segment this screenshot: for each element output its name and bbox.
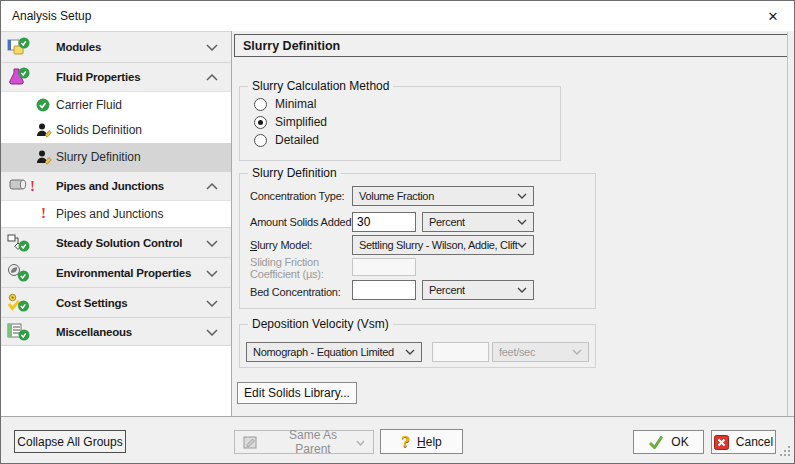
slurry-model-select[interactable]: Settling Slurry - Wilson, Addie, Clift bbox=[352, 235, 534, 255]
chevron-down-icon[interactable] bbox=[206, 297, 218, 309]
groupbox-caption: Deposition Velocity (Vsm) bbox=[248, 317, 393, 331]
sidebar-item-solids-definition[interactable]: Solids Definition bbox=[1, 117, 231, 143]
chevron-down-icon bbox=[405, 346, 415, 358]
error-exclamation-icon: ! bbox=[41, 206, 59, 222]
groupbox-caption: Slurry Definition bbox=[248, 166, 341, 180]
chevron-up-icon[interactable] bbox=[206, 71, 218, 83]
person-edit-icon bbox=[36, 149, 54, 165]
concentration-type-select[interactable]: Volume Fraction bbox=[352, 186, 534, 206]
close-icon[interactable]: ✕ bbox=[763, 7, 783, 26]
amount-solids-label: Amount Solids Added: bbox=[250, 216, 354, 228]
resize-grip[interactable] bbox=[779, 445, 792, 461]
cancel-button[interactable]: Cancel bbox=[711, 430, 776, 454]
sidebar-item-pipes-junctions[interactable]: ! Pipes and Junctions bbox=[1, 200, 231, 227]
radio-circle-icon bbox=[254, 98, 267, 111]
chevron-down-icon bbox=[517, 216, 527, 228]
collapse-all-groups-button[interactable]: Collapse All Groups bbox=[14, 430, 126, 453]
chevron-down-icon[interactable] bbox=[206, 237, 218, 249]
sidebar: Modules Fluid Properties Carrier Fluid S… bbox=[1, 31, 232, 416]
pipe-icon: ! bbox=[7, 176, 47, 196]
deposition-unit-select: feet/sec bbox=[492, 342, 589, 362]
bed-unit-select[interactable]: Percent bbox=[422, 280, 534, 300]
radio-label: Minimal bbox=[275, 97, 316, 111]
coin-check-icon bbox=[7, 293, 47, 313]
deposition-method-select[interactable]: Nomograph - Equation Limited bbox=[246, 342, 422, 362]
panel-title-text: Slurry Definition bbox=[243, 39, 340, 53]
chevron-down-icon bbox=[517, 190, 527, 202]
window-title: Analysis Setup bbox=[12, 9, 91, 23]
sidebar-item-carrier-fluid[interactable]: Carrier Fluid bbox=[1, 91, 231, 117]
button-label: Same As Parent bbox=[270, 428, 356, 456]
green-check-icon bbox=[36, 97, 54, 113]
svg-text:!: ! bbox=[30, 178, 35, 194]
button-label: Cancel bbox=[736, 435, 773, 449]
radio-circle-icon bbox=[254, 134, 267, 147]
sidebar-item-label: Solids Definition bbox=[1, 123, 142, 137]
chevron-down-icon bbox=[572, 346, 582, 358]
button-label: Collapse All Groups bbox=[17, 435, 122, 449]
combo-value: Percent bbox=[429, 284, 465, 296]
sidebar-item-label: Slurry Definition bbox=[1, 150, 141, 164]
sidebar-group-modules[interactable]: Modules bbox=[1, 31, 231, 62]
combo-value: feet/sec bbox=[499, 346, 535, 358]
help-question-icon: ? bbox=[401, 433, 410, 451]
radio-simplified[interactable]: Simplified bbox=[254, 115, 327, 129]
sidebar-group-fluid-properties[interactable]: Fluid Properties bbox=[1, 62, 231, 91]
person-edit-icon bbox=[36, 122, 54, 138]
title-bar: Analysis Setup ✕ bbox=[1, 1, 794, 31]
radio-minimal[interactable]: Minimal bbox=[254, 97, 316, 111]
help-button[interactable]: ? Help bbox=[380, 429, 463, 454]
sidebar-group-environmental-properties[interactable]: Environmental Properties bbox=[1, 257, 231, 287]
sidebar-item-label: Pipes and Junctions bbox=[1, 207, 163, 221]
chevron-down-icon[interactable] bbox=[206, 326, 218, 338]
bed-concentration-input[interactable] bbox=[352, 280, 416, 300]
ok-button[interactable]: OK bbox=[633, 430, 704, 454]
bed-concentration-label: Bed Concentration: bbox=[250, 286, 341, 298]
sidebar-item-slurry-definition[interactable]: Slurry Definition bbox=[1, 143, 231, 171]
chevron-down-icon bbox=[356, 435, 365, 449]
flowchart-icon bbox=[7, 233, 47, 253]
group-slurry-calculation-method: Slurry Calculation Method Minimal Simpli… bbox=[239, 86, 561, 161]
deposition-velocity-input bbox=[432, 342, 489, 362]
combo-value: Volume Fraction bbox=[359, 190, 434, 202]
footer-divider bbox=[1, 416, 795, 417]
button-label: Help bbox=[417, 435, 442, 449]
chevron-down-icon[interactable] bbox=[206, 267, 218, 279]
radio-label: Detailed bbox=[275, 133, 319, 147]
same-as-parent-button: Same As Parent bbox=[234, 430, 374, 454]
sidebar-group-cost-settings[interactable]: Cost Settings bbox=[1, 287, 231, 317]
chevron-down-icon[interactable] bbox=[206, 41, 218, 53]
sidebar-group-steady-solution-control[interactable]: Steady Solution Control bbox=[1, 227, 231, 257]
sidebar-item-label: Carrier Fluid bbox=[1, 98, 122, 112]
panel-right-border bbox=[787, 32, 788, 416]
button-label: OK bbox=[671, 435, 688, 449]
group-deposition-velocity: Deposition Velocity (Vsm) Nomograph - Eq… bbox=[239, 324, 596, 368]
sliding-friction-input bbox=[352, 258, 416, 276]
sidebar-group-miscellaneous[interactable]: Miscellaneous bbox=[1, 317, 231, 346]
combo-value: Nomograph - Equation Limited bbox=[253, 346, 394, 358]
chevron-down-icon bbox=[517, 284, 527, 296]
slurry-model-label: Slurry Model: bbox=[250, 239, 312, 251]
sliding-friction-label: Sliding Friction Coefficient (µs): bbox=[250, 256, 348, 280]
chevron-down-icon bbox=[517, 239, 527, 251]
chevron-up-icon[interactable] bbox=[206, 180, 218, 192]
flask-icon bbox=[7, 67, 47, 87]
analysis-setup-dialog: Analysis Setup ✕ Modules Fluid Propertie… bbox=[0, 0, 795, 464]
sidebar-group-pipes-junctions[interactable]: ! Pipes and Junctions bbox=[1, 171, 231, 200]
magnifier-leaf-icon bbox=[7, 263, 47, 283]
combo-value: Settling Slurry - Wilson, Addie, Clift bbox=[359, 239, 518, 251]
amount-solids-input[interactable] bbox=[352, 212, 416, 232]
radio-detailed[interactable]: Detailed bbox=[254, 133, 319, 147]
modules-icon bbox=[7, 37, 47, 57]
green-check-icon bbox=[648, 435, 664, 449]
amount-unit-select[interactable]: Percent bbox=[422, 212, 534, 232]
groupbox-caption: Slurry Calculation Method bbox=[248, 79, 393, 93]
panel-title: Slurry Definition bbox=[234, 34, 788, 57]
combo-value: Percent bbox=[429, 216, 465, 228]
radio-label: Simplified bbox=[275, 115, 327, 129]
radio-circle-icon bbox=[254, 116, 267, 129]
red-x-icon bbox=[714, 435, 729, 450]
edit-solids-library-button[interactable]: Edit Solids Library... bbox=[237, 382, 357, 404]
edit-sheet-icon bbox=[243, 435, 258, 449]
concentration-type-label: Concentration Type: bbox=[250, 190, 344, 202]
